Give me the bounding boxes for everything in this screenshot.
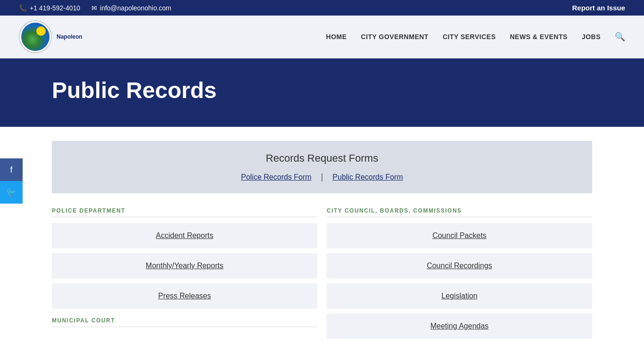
legislation-card[interactable]: Legislation — [327, 283, 592, 309]
monthly-yearly-reports-card[interactable]: Monthly/Yearly Reports — [52, 253, 317, 279]
municipal-court-label: MUNICIPAL COURT — [52, 317, 317, 327]
search-button[interactable]: 🔍 — [615, 32, 625, 42]
nav-home[interactable]: HOME — [326, 33, 347, 41]
facebook-button[interactable]: f — [0, 158, 23, 181]
nav-city-services[interactable]: CITY SERVICES — [443, 33, 496, 41]
email-contact: ✉ info@napoleonohio.com — [91, 4, 171, 12]
city-council-col: CITY COUNCIL, BOARDS, COMMISSIONS Counci… — [327, 207, 592, 339]
police-dept-list: Accident Reports Monthly/Yearly Reports … — [52, 223, 317, 309]
meeting-agendas-card[interactable]: Meeting Agendas — [327, 313, 592, 339]
logo-graphic — [21, 23, 50, 51]
police-dept-label: POLICE DEPARTMENT — [52, 207, 317, 217]
records-columns: POLICE DEPARTMENT Accident Reports Month… — [52, 207, 592, 339]
council-packets-card[interactable]: Council Packets — [327, 223, 592, 248]
council-packets-link[interactable]: Council Packets — [432, 231, 487, 240]
council-recordings-card[interactable]: Council Recordings — [327, 253, 592, 279]
phone-contact: 📞 +1 419-592-4010 — [19, 4, 80, 12]
police-dept-col: POLICE DEPARTMENT Accident Reports Month… — [52, 207, 317, 339]
top-bar: 📞 +1 419-592-4010 ✉ info@napoleonohio.co… — [0, 0, 644, 16]
nav-links: HOME CITY GOVERNMENT CITY SERVICES NEWS … — [326, 32, 625, 42]
email-link[interactable]: info@napoleonohio.com — [100, 4, 171, 12]
council-recordings-link[interactable]: Council Recordings — [427, 262, 492, 270]
accident-reports-link[interactable]: Accident Reports — [156, 231, 214, 240]
records-forms-links: Police Records Form | Public Records For… — [71, 172, 573, 182]
legislation-link[interactable]: Legislation — [441, 292, 478, 300]
records-forms-title: Records Request Forms — [71, 152, 573, 165]
twitter-button[interactable]: 🐦 — [0, 181, 23, 204]
email-icon: ✉ — [91, 4, 97, 12]
nav-city-gov[interactable]: CITY GOVERNMENT — [361, 33, 429, 41]
logo-sun — [36, 26, 46, 36]
logo — [19, 20, 52, 53]
top-bar-left: 📞 +1 419-592-4010 ✉ info@napoleonohio.co… — [19, 4, 171, 12]
press-releases-card[interactable]: Press Releases — [52, 283, 317, 309]
top-bar-right: Report an Issue — [572, 4, 625, 12]
nav-jobs[interactable]: JOBS — [582, 33, 601, 41]
city-council-list: Council Packets Council Recordings Legis… — [327, 223, 592, 339]
police-records-form-link[interactable]: Police Records Form — [241, 173, 311, 181]
phone-link[interactable]: +1 419-592-4010 — [30, 4, 80, 12]
twitter-icon: 🐦 — [6, 187, 17, 197]
meeting-agendas-link[interactable]: Meeting Agendas — [430, 322, 489, 330]
logo-area: Napoleon — [19, 20, 83, 53]
public-records-form-link[interactable]: Public Records Form — [332, 173, 403, 181]
main-content: Records Request Forms Police Records For… — [0, 127, 644, 353]
city-council-label: CITY COUNCIL, BOARDS, COMMISSIONS — [327, 207, 592, 217]
phone-icon: 📞 — [19, 4, 27, 12]
page-title: Public Records — [52, 77, 625, 103]
report-issue-link[interactable]: Report an Issue — [572, 4, 625, 12]
press-releases-link[interactable]: Press Releases — [158, 292, 211, 300]
nav-news-events[interactable]: NEWS & EVENTS — [510, 33, 567, 41]
records-forms-box: Records Request Forms Police Records For… — [52, 141, 592, 193]
social-sidebar: f 🐦 — [0, 158, 23, 204]
facebook-icon: f — [10, 165, 12, 175]
page-header: Public Records — [0, 58, 644, 127]
nav-bar: Napoleon HOME CITY GOVERNMENT CITY SERVI… — [0, 16, 644, 58]
logo-text: Napoleon — [57, 33, 83, 40]
forms-divider: | — [321, 172, 323, 182]
accident-reports-card[interactable]: Accident Reports — [52, 223, 317, 248]
monthly-yearly-reports-link[interactable]: Monthly/Yearly Reports — [146, 262, 223, 270]
